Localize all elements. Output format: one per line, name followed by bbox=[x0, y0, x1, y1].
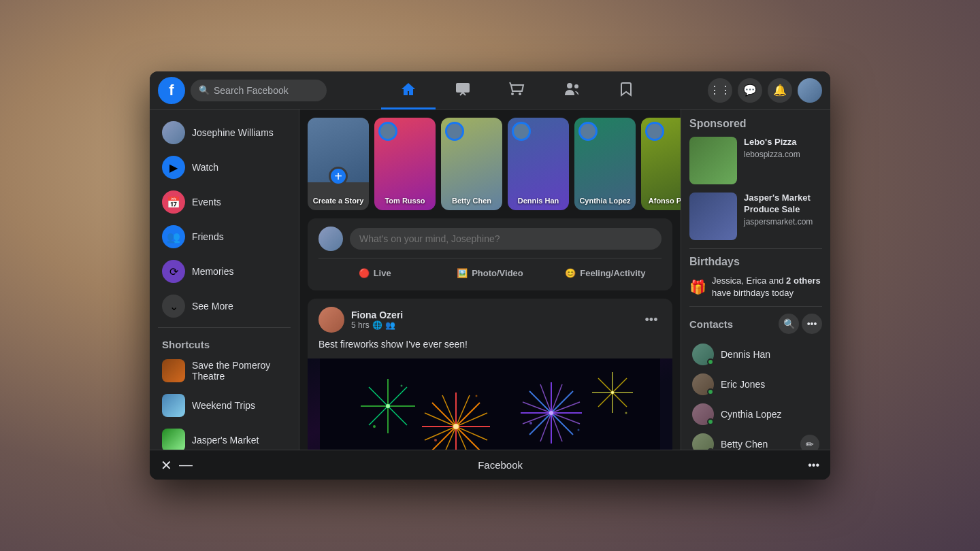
contact-betty-online bbox=[707, 448, 714, 450]
panel-divider-2 bbox=[689, 306, 822, 307]
apps-button[interactable]: ⋮⋮ bbox=[708, 78, 732, 103]
post-text: Best fireworks show I've ever seen! bbox=[308, 338, 672, 358]
feeling-label: Feeling/Activity bbox=[580, 268, 645, 278]
sidebar-divider bbox=[158, 327, 291, 328]
window-minimize-button[interactable]: — bbox=[179, 457, 193, 473]
svg-point-57 bbox=[434, 439, 437, 441]
composer-top bbox=[318, 227, 662, 251]
birthday-text: Jessica, Erica and 2 others have birthda… bbox=[712, 275, 822, 299]
story-afonso[interactable]: Afonso Pinto bbox=[641, 118, 681, 210]
contact-cynthia-online bbox=[707, 418, 714, 425]
sidebar-events-label: Events bbox=[192, 197, 221, 207]
sidebar-item-user[interactable]: Josephine Williams bbox=[154, 116, 295, 150]
contacts-actions: 🔍 ••• bbox=[779, 314, 822, 334]
contact-betty-avatar bbox=[692, 433, 714, 450]
post-more-button[interactable]: ••• bbox=[641, 310, 662, 330]
sidebar-watch-label: Watch bbox=[192, 162, 218, 173]
stories-row: + Create a Story Tom Russo Betty Chen De… bbox=[308, 118, 672, 210]
svg-point-62 bbox=[373, 425, 376, 428]
contacts-search-button[interactable]: 🔍 bbox=[779, 314, 799, 334]
window-close-button[interactable]: ✕ bbox=[161, 457, 172, 473]
story-cynthia[interactable]: Cynthia Lopez bbox=[574, 118, 636, 210]
contact-eric-avatar bbox=[692, 373, 714, 395]
sponsored-title: Sponsored bbox=[689, 118, 822, 130]
svg-point-56 bbox=[611, 391, 614, 394]
svg-point-2 bbox=[567, 83, 572, 88]
notifications-button[interactable]: 🔔 bbox=[768, 78, 792, 103]
shortcut-jaspers-img bbox=[162, 429, 185, 450]
tab-marketplace[interactable] bbox=[490, 71, 544, 110]
bottom-more-button[interactable]: ••• bbox=[808, 459, 819, 471]
feeling-icon: 😊 bbox=[565, 268, 576, 278]
composer-photo-action[interactable]: 🖼️ Photo/Video bbox=[434, 264, 546, 282]
sidebar-item-friends[interactable]: 👥 Friends bbox=[154, 220, 295, 254]
svg-point-3 bbox=[574, 84, 578, 88]
user-avatar-sidebar bbox=[162, 121, 185, 144]
contact-dennis-online bbox=[707, 358, 714, 365]
sidebar-item-events[interactable]: 📅 Events bbox=[154, 185, 295, 219]
post-header: Fiona Ozeri 5 hrs 🌐 👥 ••• bbox=[308, 299, 672, 338]
post-composer: 🔴 Live 🖼️ Photo/Video 😊 Feeling/Activity bbox=[308, 218, 672, 290]
contact-dennis-name: Dennis Han bbox=[721, 349, 770, 360]
contact-eric-name: Eric Jones bbox=[721, 379, 765, 390]
ad-lebo-info: Lebo's Pizza lebospizza.com bbox=[744, 137, 822, 184]
svg-point-58 bbox=[476, 395, 478, 397]
post-meta: Fiona Ozeri 5 hrs 🌐 👥 bbox=[351, 310, 634, 330]
contacts-header: Contacts 🔍 ••• bbox=[689, 314, 822, 334]
sidebar: Josephine Williams ▶ Watch 📅 Events 👥 Fr… bbox=[150, 110, 299, 450]
contacts-more-button[interactable]: ••• bbox=[802, 314, 822, 334]
story-betty-name: Betty Chen bbox=[444, 197, 500, 205]
shortcut-jaspers[interactable]: Jasper's Market bbox=[154, 423, 295, 450]
photo-label: Photo/Video bbox=[472, 268, 523, 278]
story-dennis[interactable]: Dennis Han bbox=[508, 118, 569, 210]
story-afonso-avatar bbox=[645, 122, 664, 141]
contact-betty[interactable]: Betty Chen ✏ bbox=[689, 429, 822, 450]
contact-dennis-avatar bbox=[692, 344, 714, 365]
composer-live-action[interactable]: 🔴 Live bbox=[318, 264, 431, 282]
story-betty-avatar bbox=[445, 122, 464, 141]
ad-lebo[interactable]: Lebo's Pizza lebospizza.com bbox=[689, 137, 822, 184]
right-panel: Sponsored Lebo's Pizza lebospizza.com Ja… bbox=[681, 110, 830, 450]
sidebar-item-watch[interactable]: ▶ Watch bbox=[154, 150, 295, 184]
tab-saved[interactable] bbox=[599, 71, 653, 110]
story-betty[interactable]: Betty Chen bbox=[441, 118, 502, 210]
events-icon: 📅 bbox=[162, 190, 185, 214]
birthday-bold: 2 others bbox=[786, 276, 821, 286]
tab-groups[interactable] bbox=[544, 71, 599, 110]
search-box[interactable]: 🔍 Search Facebook bbox=[191, 80, 327, 101]
contact-cynthia-name: Cynthia Lopez bbox=[721, 409, 782, 420]
contact-eric[interactable]: Eric Jones bbox=[689, 369, 822, 399]
tab-home[interactable] bbox=[381, 71, 436, 110]
composer-feeling-action[interactable]: 😊 Feeling/Activity bbox=[549, 264, 662, 282]
nav-tabs bbox=[332, 71, 702, 110]
facebook-logo[interactable]: f bbox=[158, 77, 185, 104]
story-cynthia-name: Cynthia Lopez bbox=[577, 197, 633, 205]
contact-dennis[interactable]: Dennis Han bbox=[689, 339, 822, 369]
birthday-text-2: have birthdays today bbox=[712, 288, 794, 298]
svg-point-61 bbox=[401, 384, 403, 386]
sidebar-item-memories[interactable]: ⟳ Memories bbox=[154, 254, 295, 288]
ad-jasper[interactable]: Jasper's Market Produce Sale jaspersmark… bbox=[689, 193, 822, 240]
user-avatar-nav[interactable] bbox=[798, 78, 822, 103]
sidebar-item-see-more[interactable]: ⌄ See More bbox=[154, 289, 295, 323]
ad-lebo-url: lebospizza.com bbox=[744, 150, 822, 159]
story-tom[interactable]: Tom Russo bbox=[374, 118, 436, 210]
shortcut-theatre[interactable]: Save the Pomeroy Theatre bbox=[154, 354, 295, 388]
tab-watch[interactable] bbox=[436, 71, 490, 110]
composer-input[interactable] bbox=[350, 228, 662, 250]
messenger-button[interactable]: 💬 bbox=[738, 78, 762, 103]
live-icon: 🔴 bbox=[359, 268, 370, 278]
new-message-button[interactable]: ✏ bbox=[800, 435, 819, 450]
live-label: Live bbox=[374, 268, 391, 278]
create-story-card[interactable]: + Create a Story bbox=[308, 118, 369, 210]
contact-betty-name: Betty Chen bbox=[721, 439, 768, 450]
ad-jasper-img bbox=[689, 193, 737, 240]
shortcuts-label: Shortcuts bbox=[150, 332, 299, 353]
bottom-bar: ✕ — Facebook ••• bbox=[150, 450, 830, 480]
svg-point-63 bbox=[625, 412, 627, 414]
shortcut-weekend[interactable]: Weekend Trips bbox=[154, 388, 295, 422]
contact-cynthia[interactable]: Cynthia Lopez bbox=[689, 399, 822, 429]
post-time-value: 5 hrs bbox=[351, 320, 370, 330]
see-more-icon: ⌄ bbox=[162, 295, 185, 318]
story-dennis-name: Dennis Han bbox=[510, 197, 566, 205]
